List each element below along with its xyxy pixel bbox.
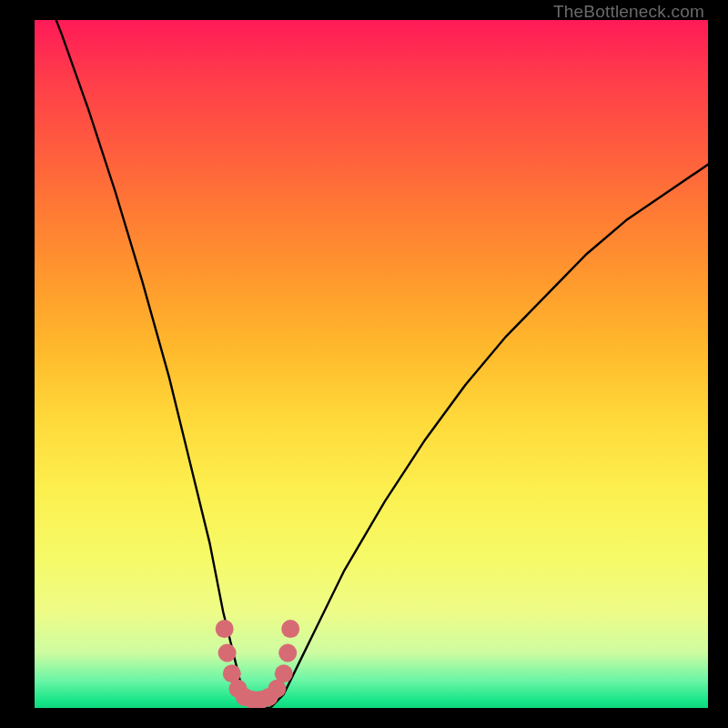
curve-svg	[35, 20, 708, 708]
valley-marker	[216, 620, 300, 708]
valley-dot	[275, 664, 293, 682]
plot-area	[35, 20, 708, 708]
bottleneck-curve	[35, 20, 708, 708]
watermark-text: TheBottleneck.com	[553, 2, 704, 22]
valley-dot	[216, 620, 234, 638]
chart-frame: TheBottleneck.com	[0, 0, 728, 728]
valley-dot	[278, 644, 297, 662]
valley-dot	[281, 620, 299, 638]
valley-dot	[218, 644, 237, 662]
